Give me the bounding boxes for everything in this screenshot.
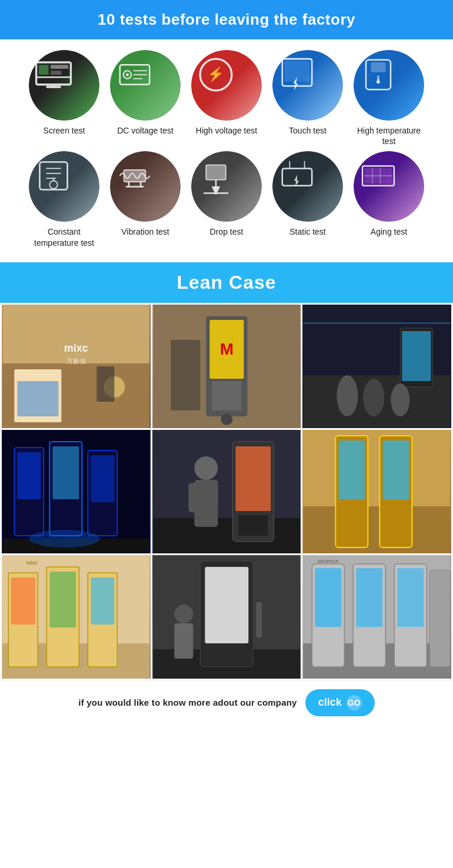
lean-img-6-svg [302, 430, 451, 553]
test-label-const: Constant temperature test [26, 226, 102, 248]
tests-header: 10 tests before leaving the factory [0, 0, 453, 39]
test-item-aging: Aging test [351, 151, 427, 248]
lean-grid: mixc 万象城 M [0, 303, 453, 680]
tests-section: 10 tests before leaving the factory [0, 0, 453, 262]
click-button-go: GO [347, 695, 362, 710]
svg-rect-62 [304, 322, 451, 324]
test-label-static: Static test [289, 226, 325, 237]
svg-text:mixc: mixc [26, 560, 38, 566]
test-label-touch: Touch test [289, 125, 327, 136]
lean-image-6 [302, 430, 451, 553]
test-label-hv: High voltage test [196, 125, 257, 136]
lean-image-5 [152, 430, 301, 553]
svg-point-59 [337, 375, 358, 416]
test-item-static: Static test [269, 151, 346, 248]
svg-rect-4 [39, 65, 49, 75]
click-button-label: click [318, 696, 342, 709]
svg-rect-67 [52, 446, 79, 499]
circle-drop-img [191, 151, 262, 222]
test-circle-hightemp: 🌡 [354, 50, 424, 121]
svg-rect-52 [212, 381, 241, 410]
test-circle-drop [191, 151, 262, 222]
svg-point-24 [49, 181, 57, 189]
svg-rect-65 [17, 452, 41, 499]
svg-point-60 [364, 379, 385, 416]
svg-rect-80 [238, 515, 268, 536]
lean-image-3 [302, 305, 451, 428]
svg-rect-69 [91, 455, 114, 502]
lean-img-4-svg [2, 430, 151, 553]
svg-rect-20 [39, 162, 67, 190]
hv-icon: ⚡ [191, 50, 241, 99]
test-item-const: Constant temperature test [26, 151, 102, 248]
test-label-screen: Screen test [44, 125, 85, 136]
drop-icon [191, 151, 241, 201]
lean-img-9-svg: 2019/9/19 [302, 555, 451, 679]
test-circle-aging [354, 151, 424, 222]
aging-icon [354, 151, 403, 201]
test-item-screen: Screen test [26, 50, 102, 146]
svg-rect-108 [357, 568, 383, 627]
static-icon [272, 151, 322, 201]
svg-point-61 [391, 383, 410, 416]
lean-image-8 [152, 555, 301, 679]
svg-text:🌡: 🌡 [373, 74, 384, 86]
test-circle-const [29, 151, 99, 222]
svg-point-71 [29, 530, 99, 547]
svg-rect-101 [174, 623, 193, 659]
lean-image-4 [2, 430, 151, 553]
svg-text:mixc: mixc [64, 342, 88, 354]
test-circle-touch [272, 50, 343, 121]
circle-dc-img [110, 50, 181, 121]
svg-rect-43 [17, 381, 58, 416]
lean-section: Lean Case mixc 万象城 M [0, 262, 453, 680]
lean-image-7: mixc [2, 555, 151, 679]
lean-img-7-svg: mixc [2, 555, 151, 679]
circle-touch-img [272, 50, 343, 121]
svg-rect-6 [51, 71, 61, 75]
vibration-icon [110, 151, 159, 201]
svg-rect-47 [96, 366, 114, 402]
svg-rect-110 [398, 568, 424, 627]
svg-rect-5 [51, 65, 68, 69]
svg-rect-111 [430, 570, 451, 667]
svg-rect-86 [383, 440, 409, 499]
svg-rect-73 [153, 518, 300, 553]
circle-aging-img [354, 151, 424, 222]
svg-rect-79 [235, 446, 271, 511]
test-circle-hv: ⚡ [191, 50, 262, 121]
test-item-touch: Touch test [269, 50, 346, 146]
test-item-vibration: Vibration test [107, 151, 184, 248]
circle-hv-img: ⚡ [191, 50, 262, 121]
circle-hightemp-img: 🌡 [354, 50, 424, 121]
const-temp-icon [29, 151, 78, 201]
svg-point-53 [221, 413, 232, 425]
dc-icon [110, 50, 159, 99]
touch-icon [272, 50, 322, 99]
lean-header: Lean Case [0, 262, 453, 303]
svg-rect-16 [284, 61, 310, 81]
lean-img-3-svg [302, 305, 451, 428]
footer-text: if you would like to know more adout our… [78, 697, 297, 707]
circle-static-img [272, 151, 343, 222]
svg-rect-106 [315, 568, 342, 627]
svg-rect-94 [91, 577, 114, 625]
test-item-hightemp: 🌡 High temperature test [351, 50, 427, 146]
test-label-vibration: Vibration test [121, 226, 169, 237]
lean-img-8-svg [152, 555, 301, 679]
click-button[interactable]: click GO [305, 689, 375, 716]
test-label-dc: DC voltage test [117, 125, 174, 136]
svg-text:⚡: ⚡ [208, 66, 225, 82]
svg-rect-82 [304, 506, 451, 553]
lean-img-1-svg: mixc 万象城 [2, 305, 151, 428]
lean-image-2: M [152, 305, 301, 428]
svg-rect-18 [371, 62, 385, 72]
svg-rect-92 [49, 572, 76, 627]
svg-text:万象城: 万象城 [66, 358, 86, 365]
tests-grid: Screen test DC voltage test [0, 39, 453, 253]
lean-image-9: 2019/9/19 [302, 555, 451, 679]
test-circle-vibration [110, 151, 181, 222]
svg-point-12 [126, 73, 129, 76]
svg-rect-84 [339, 440, 365, 499]
circle-const-img [29, 151, 99, 222]
